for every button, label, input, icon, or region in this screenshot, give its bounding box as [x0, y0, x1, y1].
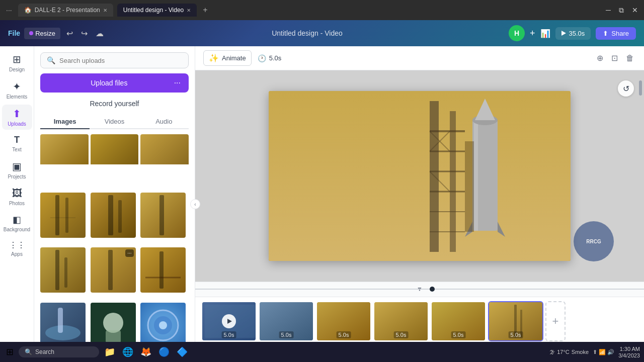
list-item[interactable] — [40, 303, 86, 348]
more-options-icon[interactable]: ··· — [125, 249, 133, 257]
taskbar-file-explorer[interactable]: 📁 — [102, 345, 117, 358]
svg-point-17 — [159, 321, 167, 329]
clip-duration-6: 5.0s — [509, 331, 523, 338]
window-buttons: ─ ⧉ ✕ — [604, 6, 640, 15]
weather-widget: 🌫 17°C Smoke — [549, 349, 589, 355]
play-triangle-icon — [227, 319, 232, 324]
tab-close-1[interactable]: ✕ — [103, 8, 107, 13]
save-to-cloud-button[interactable]: ☁ — [94, 27, 106, 40]
taskbar-search-icon: 🔍 — [25, 348, 32, 355]
list-item[interactable] — [40, 193, 86, 238]
sidebar-item-background[interactable]: ◧ Background — [2, 211, 32, 235]
animate-button[interactable]: ✨ Animate — [203, 50, 252, 66]
svg-rect-18 — [269, 91, 571, 261]
add-tab-button[interactable]: + — [203, 6, 207, 15]
play-preview-button[interactable]: 35.0s — [555, 27, 591, 40]
tab-close-2[interactable]: ✕ — [187, 8, 191, 13]
maximize-button[interactable]: ⧉ — [617, 6, 626, 15]
canvas-area: ✨ Animate 🕐 5.0s ⊕ ⊡ 🗑 — [195, 46, 644, 362]
tab-audio[interactable]: Audio — [139, 115, 189, 129]
sidebar-item-design[interactable]: ⊞ Design — [2, 50, 32, 75]
share-label: Share — [611, 30, 629, 37]
file-menu[interactable]: File — [8, 29, 20, 37]
taskbar-browser-2[interactable]: 🦊 — [138, 345, 153, 358]
sidebar-item-text[interactable]: T Text — [2, 132, 32, 155]
svg-rect-3 — [108, 195, 113, 235]
sidebar-item-uploads[interactable]: ⬆ Uploads — [2, 105, 32, 130]
clip-4[interactable]: 5.0s — [373, 301, 429, 341]
upload-options-icon[interactable]: ··· — [174, 78, 181, 87]
clip-5[interactable]: 5.0s — [431, 301, 486, 341]
svg-point-13 — [103, 313, 123, 333]
canvas-scrollbar-vertical[interactable] — [639, 80, 642, 272]
clip-duration-1: 5.0s — [222, 331, 236, 338]
share-button[interactable]: ⬆ Share — [596, 27, 636, 40]
clip-play-button-1[interactable] — [222, 314, 236, 328]
close-button[interactable]: ✕ — [630, 6, 640, 14]
home-icon: 🏠 — [24, 7, 32, 14]
resize-button[interactable]: Resize — [24, 28, 60, 39]
svg-rect-0 — [55, 195, 59, 235]
svg-rect-5 — [159, 195, 164, 235]
list-item[interactable] — [140, 134, 189, 183]
crop-button[interactable]: ⊡ — [609, 51, 620, 65]
list-item[interactable] — [40, 247, 86, 293]
taskbar-search[interactable]: 🔍 Search — [19, 346, 99, 357]
add-clip-button[interactable]: + — [545, 301, 566, 341]
sidebar-item-apps[interactable]: ⋮⋮ Apps — [2, 237, 32, 260]
refresh-canvas-button[interactable]: ↺ — [618, 80, 634, 97]
sidebar-item-projects[interactable]: ▣ Projects — [2, 157, 32, 183]
topbar: File Resize ↩ ↪ ☁ Untitled design - Vide… — [0, 20, 644, 46]
search-input[interactable] — [59, 57, 182, 64]
animate-icon: ✨ — [209, 53, 219, 63]
taskbar-app-1[interactable]: 🔷 — [175, 345, 190, 358]
analytics-button[interactable]: 📊 — [540, 29, 550, 38]
list-item[interactable] — [140, 193, 186, 238]
clip-6[interactable]: 5.0s — [488, 301, 543, 341]
sidebar-item-photos[interactable]: 🖼 Photos — [2, 185, 32, 209]
user-avatar[interactable]: H — [509, 25, 525, 41]
tab-video[interactable]: Untitled design - Video ✕ — [117, 4, 197, 17]
taskbar-browser-3[interactable]: 🔵 — [156, 345, 172, 358]
tab-presentation[interactable]: 🏠 DALL-E 2 - Presentation ✕ — [18, 4, 113, 17]
add-collaborator-button[interactable]: + — [530, 28, 535, 39]
clip-1[interactable]: 5.0s — [201, 301, 257, 341]
tab-videos[interactable]: Videos — [90, 115, 139, 129]
list-item[interactable] — [140, 303, 186, 348]
share-icon: ⬆ — [603, 30, 608, 37]
delete-button[interactable]: 🗑 — [624, 52, 636, 65]
scrollbar-thumb-vertical[interactable] — [639, 80, 642, 96]
minimize-button[interactable]: ─ — [604, 6, 613, 14]
window-menu-dots[interactable]: ··· — [4, 6, 14, 14]
clip-3[interactable]: 5.0s — [316, 301, 371, 341]
clip-2[interactable]: 5.0s — [259, 301, 314, 341]
collapse-panel-button[interactable]: ‹ — [190, 199, 200, 209]
uploads-panel: 🔍 Upload files ··· Record yourself Image… — [34, 46, 195, 362]
canvas-toolbar: ✨ Animate 🕐 5.0s ⊕ ⊡ 🗑 — [195, 46, 644, 70]
undo-button[interactable]: ↩ — [64, 27, 75, 40]
list-item[interactable] — [91, 303, 136, 348]
timeline-controls: ▼ — [195, 282, 644, 297]
image-grid: ··· — [40, 134, 189, 356]
redo-button[interactable]: ↪ — [79, 27, 90, 40]
taskbar-icons-systray[interactable]: ⬆ 📶 🔊 — [593, 349, 614, 355]
tab-images[interactable]: Images — [40, 115, 90, 129]
list-item[interactable] — [40, 134, 89, 183]
canvas-viewport[interactable]: ↺ RRCG — [195, 70, 644, 282]
timeline-scrubber-handle[interactable] — [430, 287, 435, 292]
search-bar[interactable]: 🔍 — [40, 52, 189, 68]
titlebar: ··· 🏠 DALL-E 2 - Presentation ✕ Untitled… — [0, 0, 644, 20]
list-item[interactable] — [140, 247, 186, 293]
windows-start-button[interactable]: ⊞ — [4, 345, 16, 358]
list-item[interactable]: ··· — [91, 247, 136, 293]
apps-icon: ⋮⋮ — [9, 240, 25, 250]
add-to-canvas-button[interactable]: ⊕ — [595, 51, 605, 65]
list-item[interactable] — [91, 193, 136, 238]
upload-files-button[interactable]: Upload files ··· — [40, 73, 189, 93]
svg-rect-6 — [55, 250, 59, 290]
list-item[interactable] — [91, 134, 139, 183]
taskbar-browser-1[interactable]: 🌐 — [120, 345, 135, 358]
svg-rect-12 — [58, 308, 63, 333]
sidebar-item-elements[interactable]: ✦ Elements — [2, 77, 32, 103]
record-yourself-button[interactable]: Record yourself — [40, 98, 189, 110]
